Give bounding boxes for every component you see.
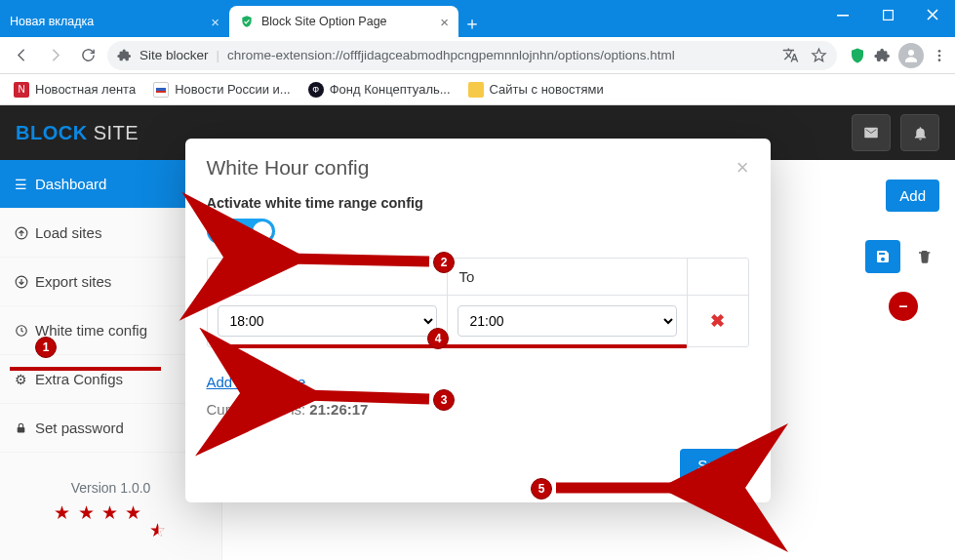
close-button[interactable] — [910, 0, 955, 29]
range-table: From To 18:00 21:00 ✖ — [207, 258, 749, 347]
maximize-button[interactable] — [865, 0, 910, 29]
annotation-underline — [219, 344, 687, 348]
shield-icon — [239, 14, 255, 29]
app: BLOCK SITE ☰Dashboard Load sites Export … — [0, 105, 955, 560]
add-range-link[interactable]: Add time range — [207, 374, 306, 390]
modal-backdrop: White Hour config × Activate white time … — [0, 105, 955, 560]
svg-rect-0 — [837, 15, 849, 17]
tab-title: Block Site Option Page — [261, 15, 387, 28]
back-button[interactable] — [8, 42, 35, 69]
extension-icon — [117, 48, 132, 62]
bookmark-item[interactable]: ФФонд Концептуаль... — [308, 82, 451, 98]
reload-button[interactable] — [74, 42, 101, 69]
remove-range-button[interactable]: ✖ — [688, 300, 748, 341]
extension-label: Site blocker — [139, 48, 209, 62]
th-to: To — [448, 259, 688, 295]
bookmark-item[interactable]: Новости России и... — [153, 82, 291, 98]
toggle-knob — [253, 221, 272, 241]
url-text: chrome-extension://offfjidagceabmodhpcng… — [227, 48, 675, 62]
extension-icons — [849, 43, 947, 68]
svg-point-3 — [938, 50, 941, 53]
blocksite-ext-icon[interactable] — [849, 47, 866, 64]
svg-point-5 — [938, 59, 941, 61]
translate-icon[interactable] — [782, 47, 799, 63]
svg-point-4 — [938, 54, 941, 57]
modal-close-button[interactable]: × — [736, 157, 749, 179]
toggle-text: ON — [216, 225, 232, 237]
extensions-menu-icon[interactable] — [874, 47, 891, 63]
new-tab-button[interactable]: ＋ — [458, 10, 486, 37]
bookmark-item[interactable]: NНовостная лента — [14, 82, 136, 98]
browser-toolbar: Site blocker | chrome-extension://offfji… — [0, 37, 955, 74]
save-button[interactable]: Save — [680, 449, 748, 481]
th-from: From — [208, 259, 448, 295]
to-select[interactable]: 21:00 — [458, 305, 677, 337]
minimize-button[interactable] — [820, 0, 865, 29]
browser-titlebar: Новая вкладка × Block Site Option Page ×… — [0, 0, 955, 37]
bookmark-label: Новостная лента — [35, 82, 136, 97]
kebab-menu-icon[interactable] — [932, 48, 947, 63]
bookmark-label: Сайты с новостями — [490, 82, 604, 97]
current-time: Current time is: 21:26:17 — [207, 401, 749, 418]
current-time-value: 21:26:17 — [309, 401, 368, 418]
modal: White Hour config × Activate white time … — [185, 139, 771, 502]
separator: | — [217, 48, 220, 62]
star-icon[interactable] — [811, 47, 827, 63]
browser-tab-inactive[interactable]: Новая вкладка × — [0, 6, 229, 37]
modal-title: White Hour config — [207, 156, 370, 180]
tab-title: Новая вкладка — [10, 15, 94, 28]
window-controls — [820, 0, 955, 29]
bookmark-label: Фонд Концептуаль... — [330, 82, 451, 97]
close-icon[interactable]: × — [440, 14, 449, 30]
activate-label: Activate white time range config — [207, 195, 749, 211]
bookmark-label: Новости России и... — [175, 82, 291, 97]
profile-avatar[interactable] — [898, 43, 924, 68]
svg-rect-1 — [883, 10, 893, 20]
current-time-label: Current time is: — [207, 401, 310, 418]
close-icon[interactable]: × — [211, 14, 219, 30]
th-actions — [688, 259, 748, 295]
forward-button[interactable] — [41, 42, 68, 69]
address-bar[interactable]: Site blocker | chrome-extension://offfji… — [107, 41, 837, 70]
browser-tab-active[interactable]: Block Site Option Page × — [229, 6, 458, 37]
bookmark-item[interactable]: Сайты с новостями — [468, 82, 604, 98]
activate-toggle[interactable]: ON — [207, 219, 275, 244]
from-select[interactable]: 18:00 — [218, 305, 437, 337]
svg-point-2 — [908, 50, 914, 56]
bookmarks-bar: NНовостная лента Новости России и... ФФо… — [0, 74, 955, 105]
